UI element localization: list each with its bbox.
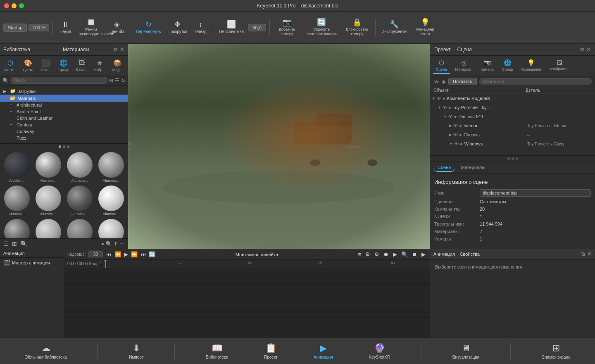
master-animation-button[interactable]: 🎬 Мастер анимации: [0, 258, 64, 268]
scene-tree-row[interactable]: ▶ 👁 ● Interior Toy Porsche - Interior: [430, 121, 595, 130]
dock-cloud-library[interactable]: ☁ Облачная библиотека: [19, 341, 71, 361]
page-dot-3[interactable]: [67, 145, 69, 148]
minimize-button[interactable]: [12, 3, 17, 8]
pause-button[interactable]: ⏸ Пауза: [56, 19, 74, 36]
scene-node-icon[interactable]: ◈: [442, 79, 446, 85]
close-anim-icon[interactable]: ✕: [587, 251, 592, 257]
playhead[interactable]: [105, 260, 106, 268]
link-icon[interactable]: ●: [448, 105, 451, 110]
material-item[interactable]: Aluminu...: [96, 218, 126, 238]
play-button[interactable]: ▶: [123, 251, 129, 258]
record-button[interactable]: ⏺: [383, 251, 390, 258]
perspective-button[interactable]: ⬜ Перспектива: [217, 19, 246, 36]
spin-button[interactable]: ↻ Перевернуть: [133, 19, 164, 36]
tree-item-contour[interactable]: + Contour: [0, 121, 128, 128]
visibility-icon[interactable]: 👁: [454, 141, 459, 146]
record-small-icon[interactable]: ⏺: [411, 251, 418, 258]
list-icon[interactable]: ☰: [3, 240, 9, 247]
step-back-button[interactable]: ⏪: [114, 251, 122, 258]
tree-row-arrow[interactable]: ▼: [443, 114, 447, 119]
list-view-icon[interactable]: ☰: [115, 78, 119, 83]
tree-row-arrow[interactable]: ▼: [449, 142, 453, 146]
material-item[interactable]: Aluminu...: [64, 185, 95, 217]
scene-tree-row[interactable]: ▼ 👁 ● Windows Toy Porsche - Glass: [430, 139, 595, 148]
visibility-icon[interactable]: 👁: [453, 123, 458, 128]
fov-input[interactable]: [248, 24, 266, 31]
anim-settings-icon[interactable]: ⚙: [364, 251, 371, 258]
add-material-icon[interactable]: 🔍: [106, 241, 112, 247]
visibility-icon[interactable]: 👁: [437, 96, 441, 101]
traffic-lights[interactable]: [4, 3, 24, 8]
dock-keyshot-xr[interactable]: 🔮 KeyShotXR: [364, 341, 395, 361]
material-item[interactable]: Aluminu...: [64, 151, 95, 183]
tree-row-arrow[interactable]: ▶: [449, 124, 452, 128]
tree-item-axalta[interactable]: + Axalta Paint: [0, 108, 128, 115]
close-button[interactable]: [4, 3, 9, 8]
scene-tab-camera[interactable]: 📷 Камера: [477, 57, 497, 74]
size-slider[interactable]: ●: [101, 241, 104, 247]
upload-icon[interactable]: ⬆: [114, 241, 118, 247]
subtab-scene[interactable]: Сцена: [433, 164, 455, 172]
scroll-button[interactable]: ✥ Прокрутка: [165, 19, 190, 36]
tab-textures[interactable]: ⬛ Текс...: [38, 57, 55, 74]
tree-row-arrow[interactable]: ▶: [449, 133, 452, 137]
search-small-icon[interactable]: 🔍: [20, 240, 27, 247]
zoom-input[interactable]: [29, 24, 49, 31]
search-timeline-icon[interactable]: 🔍: [400, 251, 409, 258]
sort-button[interactable]: ≡: [357, 251, 362, 258]
light-manager-button[interactable]: 💡 Менеджер света: [412, 17, 439, 38]
anim-options-icon[interactable]: ⚙: [374, 251, 380, 258]
step-forward-button[interactable]: ⏩: [130, 251, 138, 258]
tree-item-materials[interactable]: 📂 Materials: [0, 95, 128, 102]
expand-right-icon[interactable]: ⧉: [580, 46, 584, 53]
scene-tab-material[interactable]: ◎ Материал: [452, 57, 476, 74]
close-panel-icon[interactable]: ✕: [120, 46, 124, 53]
material-item[interactable]: Aluminu...: [96, 185, 126, 217]
tree-row-arrow[interactable]: ▼: [438, 105, 441, 109]
link-icon[interactable]: ●: [454, 114, 457, 119]
page-dot-2[interactable]: [63, 145, 65, 148]
add-camera-button[interactable]: 📷 Добавить камеру: [273, 17, 301, 38]
reset-camera-button[interactable]: 🔄 Сбросить настройки камеры: [302, 17, 340, 38]
material-item[interactable]: Aluminu...: [2, 185, 32, 217]
tab-favorites[interactable]: ★ Избр...: [91, 57, 108, 74]
link-icon[interactable]: ●: [460, 141, 463, 146]
scene-tree-row[interactable]: ▼ 👁 ● Die cast 911 –: [430, 112, 595, 121]
dock-visualize[interactable]: 🖥 Визуализация: [447, 341, 484, 361]
show-button[interactable]: Показать: [448, 78, 477, 85]
tab-materials[interactable]: ⬡ Мате...: [2, 57, 19, 74]
visibility-icon[interactable]: 👁: [453, 132, 458, 137]
tree-item-cloth[interactable]: + Cloth and Leather: [0, 115, 128, 121]
tab-environment[interactable]: 🌐 Среда: [55, 57, 72, 74]
dock-import[interactable]: ⬇ Импорт: [124, 341, 148, 361]
link-icon[interactable]: ●: [443, 96, 445, 101]
dock-animation[interactable]: ▶ Анимация: [309, 341, 338, 361]
tab-models[interactable]: 📦 Мод...: [109, 57, 126, 74]
dock-project[interactable]: 📋 Проект: [259, 341, 283, 361]
refresh-icon[interactable]: ↻: [121, 78, 125, 83]
loop-button[interactable]: 🔄: [148, 251, 156, 258]
ruler-marks[interactable]: 1s2s3s4s: [105, 260, 430, 268]
visibility-icon[interactable]: 👁: [443, 105, 447, 110]
material-item[interactable]: A Little ...: [2, 151, 32, 183]
material-item[interactable]: Aluminu...: [64, 218, 95, 238]
library-search-input[interactable]: [10, 77, 107, 84]
material-item[interactable]: Aluminu...: [33, 185, 63, 217]
close-right-icon[interactable]: ✕: [586, 46, 591, 53]
play-button-2[interactable]: ▶: [392, 251, 398, 258]
scene-tab-environment[interactable]: 🌐 Среда: [499, 57, 516, 74]
info-value-name[interactable]: [480, 189, 591, 197]
grid-view-icon[interactable]: ⊞: [109, 78, 113, 83]
maximize-button[interactable]: [19, 3, 24, 8]
scene-tree-row[interactable]: ▼ 👁 ● Toy Porsche - by ... –: [430, 103, 595, 112]
scene-tree-row[interactable]: ▼ 👁 ● Комплекты моделей –: [430, 94, 595, 103]
more-icon[interactable]: ⋯: [119, 241, 124, 247]
scene-tree-row[interactable]: ▶ 👁 ● Chassis –: [430, 130, 595, 139]
fps-input[interactable]: [88, 251, 103, 257]
tab-backplate[interactable]: 🖼 Бэкл...: [73, 57, 90, 74]
expand-panel-icon[interactable]: ⧉: [114, 46, 117, 53]
lock-camera-button[interactable]: 🔒 Блокировать камеру: [342, 17, 372, 38]
scene-search-input[interactable]: [479, 78, 592, 85]
viewport[interactable]: [128, 44, 430, 249]
zoom-button[interactable]: ↕ Наезд: [191, 19, 209, 36]
